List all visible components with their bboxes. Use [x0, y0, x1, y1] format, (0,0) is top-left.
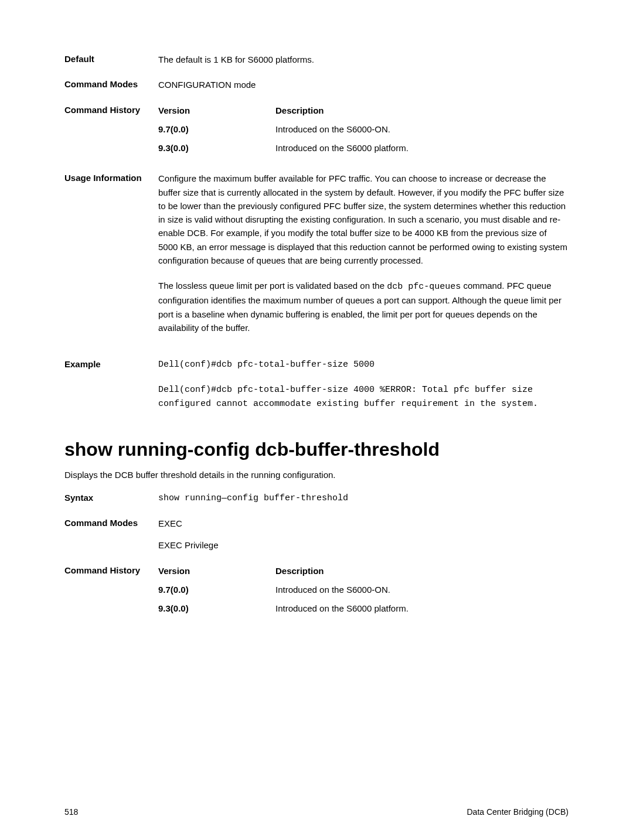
- section-heading: show running-config dcb-buffer-threshold: [64, 439, 569, 460]
- command-history-label: Command History: [64, 104, 158, 161]
- history-header-version: Version: [158, 104, 275, 117]
- history2-version-1: 9.3(0.0): [158, 602, 275, 615]
- command-history-row: Command History Version Description 9.7(…: [64, 104, 569, 161]
- modes2-line2: EXEC Privilege: [158, 538, 569, 552]
- example-label: Example: [64, 358, 158, 411]
- command-modes-row: Command Modes CONFIGURATION mode: [64, 78, 569, 91]
- history2-label: Command History: [64, 564, 158, 621]
- modes2-line1: EXEC: [158, 517, 569, 530]
- history-header-desc: Description: [275, 104, 569, 117]
- command-modes-value: CONFIGURATION mode: [158, 78, 569, 91]
- default-row: Default The default is 1 KB for S6000 pl…: [64, 53, 569, 66]
- history-desc-1: Introduced on the S6000 platform.: [275, 141, 569, 155]
- history-version-0: 9.7(0.0): [158, 122, 275, 136]
- history2-header-desc: Description: [275, 564, 569, 578]
- usage-row: Usage Information Configure the maximum …: [64, 172, 569, 346]
- section-intro: Displays the DCB buffer threshold detail…: [64, 470, 569, 480]
- example-row: Example Dell(conf)#dcb pfc-total-buffer-…: [64, 358, 569, 411]
- page-footer: 518 Data Center Bridging (DCB): [64, 807, 569, 817]
- example-content: Dell(conf)#dcb pfc-total-buffer-size 500…: [158, 358, 569, 411]
- command-modes-label: Command Modes: [64, 78, 158, 91]
- modes2-content: EXEC EXEC Privilege: [158, 517, 569, 552]
- modes2-label: Command Modes: [64, 517, 158, 552]
- footer-section-title: Data Center Bridging (DCB): [467, 807, 569, 817]
- default-label: Default: [64, 53, 158, 66]
- page-number: 518: [64, 807, 78, 817]
- usage-para1: Configure the maximum buffer available f…: [158, 172, 569, 267]
- syntax-row: Syntax show running—config buffer-thresh…: [64, 491, 569, 505]
- syntax-label: Syntax: [64, 491, 158, 505]
- usage-para2-pre: The lossless queue limit per port is val…: [158, 281, 387, 291]
- history-desc-0: Introduced on the S6000-ON.: [275, 122, 569, 136]
- history2-version-0: 9.7(0.0): [158, 583, 275, 596]
- history2-desc-1: Introduced on the S6000 platform.: [275, 602, 569, 615]
- history2-table: Version Description 9.7(0.0) Introduced …: [158, 564, 569, 621]
- usage-para2: The lossless queue limit per port is val…: [158, 279, 569, 334]
- history2-desc-0: Introduced on the S6000-ON.: [275, 583, 569, 596]
- usage-label: Usage Information: [64, 172, 158, 346]
- history2-header-version: Version: [158, 564, 275, 578]
- usage-para2-code: dcb pfc-queues: [387, 282, 461, 292]
- modes2-row: Command Modes EXEC EXEC Privilege: [64, 517, 569, 552]
- example-line1: Dell(conf)#dcb pfc-total-buffer-size 500…: [158, 358, 569, 371]
- syntax-value: show running—config buffer-threshold: [158, 491, 569, 505]
- default-value: The default is 1 KB for S6000 platforms.: [158, 53, 569, 66]
- command-history-table: Version Description 9.7(0.0) Introduced …: [158, 104, 569, 161]
- history-version-1: 9.3(0.0): [158, 141, 275, 155]
- history2-row: Command History Version Description 9.7(…: [64, 564, 569, 621]
- usage-content: Configure the maximum buffer available f…: [158, 172, 569, 346]
- example-block: Dell(conf)#dcb pfc-total-buffer-size 400…: [158, 383, 569, 411]
